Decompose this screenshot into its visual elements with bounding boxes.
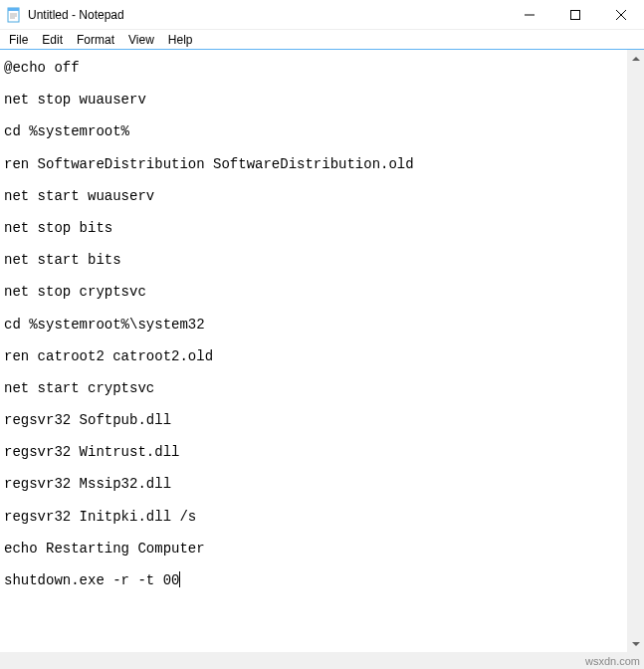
menu-edit[interactable]: Edit: [35, 31, 70, 49]
svg-marker-10: [632, 642, 640, 646]
scroll-down-arrow[interactable]: [627, 635, 644, 652]
watermark: wsxdn.com: [585, 655, 640, 667]
notepad-icon: [6, 7, 22, 23]
menu-view[interactable]: View: [121, 31, 161, 49]
svg-rect-6: [571, 10, 580, 19]
svg-marker-9: [632, 57, 640, 61]
scroll-up-arrow[interactable]: [627, 50, 644, 67]
menubar: File Edit Format View Help: [0, 30, 644, 50]
svg-rect-1: [8, 8, 19, 11]
menu-help[interactable]: Help: [161, 31, 200, 49]
bottom-bar: [0, 652, 644, 669]
vertical-scrollbar[interactable]: [627, 50, 644, 652]
menu-format[interactable]: Format: [70, 31, 121, 49]
window-title: Untitled - Notepad: [28, 8, 507, 22]
menu-file[interactable]: File: [2, 31, 35, 49]
close-button[interactable]: [598, 0, 644, 29]
minimize-button[interactable]: [507, 0, 552, 29]
text-editor[interactable]: @echo off net stop wuauserv cd %systemro…: [0, 50, 644, 598]
content-area: @echo off net stop wuauserv cd %systemro…: [0, 50, 644, 652]
maximize-button[interactable]: [552, 0, 598, 29]
window-controls: [507, 0, 644, 29]
titlebar: Untitled - Notepad: [0, 0, 644, 30]
